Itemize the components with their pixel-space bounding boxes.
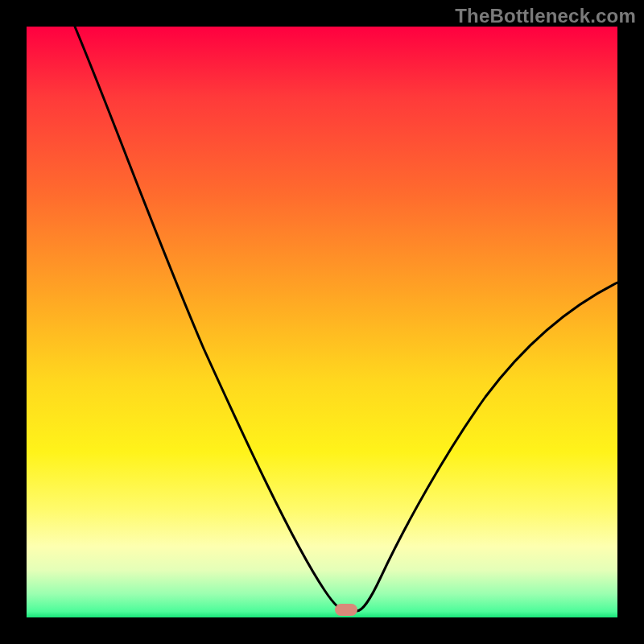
bottleneck-curve [75, 27, 617, 611]
chart-stage: TheBottleneck.com [0, 0, 644, 644]
plot-area [27, 27, 617, 617]
watermark-text: TheBottleneck.com [455, 5, 636, 27]
curve-svg [27, 27, 617, 617]
optimum-marker [335, 604, 357, 616]
